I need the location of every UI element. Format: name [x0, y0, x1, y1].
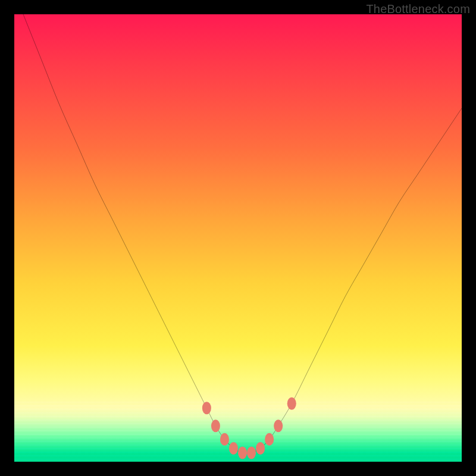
chart-frame: TheBottleneck.com — [0, 0, 476, 476]
watermark-text: TheBottleneck.com — [366, 2, 470, 16]
background-gradient — [14, 14, 462, 462]
plot-area — [14, 14, 462, 462]
